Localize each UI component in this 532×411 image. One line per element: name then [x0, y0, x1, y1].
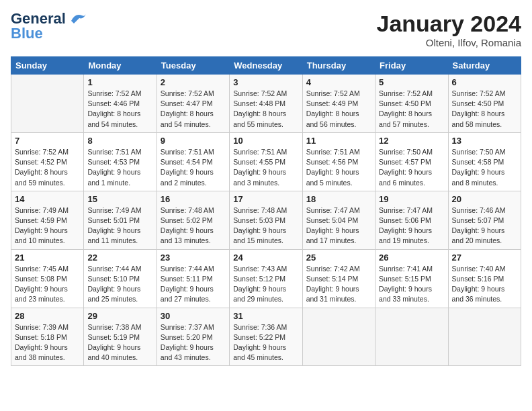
day-info: Sunrise: 7:50 AM Sunset: 4:57 PM Dayligh… [379, 147, 444, 188]
day-info: Sunrise: 7:47 AM Sunset: 5:04 PM Dayligh… [306, 205, 371, 246]
calendar-week-3: 14Sunrise: 7:49 AM Sunset: 4:59 PM Dayli… [11, 191, 521, 249]
calendar-cell: 22Sunrise: 7:44 AM Sunset: 5:10 PM Dayli… [84, 249, 157, 308]
day-info: Sunrise: 7:43 AM Sunset: 5:12 PM Dayligh… [233, 264, 298, 305]
weekday-header-wednesday: Wednesday [230, 57, 302, 75]
calendar-cell: 15Sunrise: 7:49 AM Sunset: 5:01 PM Dayli… [84, 191, 157, 249]
day-number: 7 [15, 136, 80, 146]
calendar-cell: 10Sunrise: 7:51 AM Sunset: 4:55 PM Dayli… [230, 132, 302, 191]
weekday-header-monday: Monday [84, 57, 157, 75]
calendar-cell: 7Sunrise: 7:52 AM Sunset: 4:52 PM Daylig… [11, 132, 84, 191]
calendar-cell [11, 75, 84, 133]
day-number: 4 [306, 77, 371, 87]
calendar-cell: 17Sunrise: 7:48 AM Sunset: 5:03 PM Dayli… [230, 191, 302, 249]
day-number: 9 [161, 136, 226, 146]
logo-bird-icon [69, 11, 87, 26]
day-number: 30 [161, 311, 226, 321]
weekday-header-thursday: Thursday [302, 57, 375, 75]
calendar-cell: 11Sunrise: 7:51 AM Sunset: 4:56 PM Dayli… [302, 132, 375, 191]
calendar-cell: 26Sunrise: 7:41 AM Sunset: 5:15 PM Dayli… [375, 249, 448, 308]
month-year-title: January 2024 [377, 11, 522, 37]
calendar-week-2: 7Sunrise: 7:52 AM Sunset: 4:52 PM Daylig… [11, 132, 521, 191]
calendar-cell: 24Sunrise: 7:43 AM Sunset: 5:12 PM Dayli… [230, 249, 302, 308]
day-number: 31 [233, 311, 298, 321]
calendar-week-5: 28Sunrise: 7:39 AM Sunset: 5:18 PM Dayli… [11, 308, 521, 366]
calendar-cell: 19Sunrise: 7:47 AM Sunset: 5:06 PM Dayli… [375, 191, 448, 249]
page-header: General Blue January 2024 Olteni, Ilfov,… [11, 11, 521, 48]
day-number: 1 [87, 77, 152, 87]
calendar-cell: 23Sunrise: 7:44 AM Sunset: 5:11 PM Dayli… [157, 249, 229, 308]
day-info: Sunrise: 7:48 AM Sunset: 5:02 PM Dayligh… [161, 205, 226, 246]
day-info: Sunrise: 7:36 AM Sunset: 5:22 PM Dayligh… [233, 322, 298, 363]
calendar-cell: 31Sunrise: 7:36 AM Sunset: 5:22 PM Dayli… [230, 308, 302, 366]
day-number: 17 [233, 194, 298, 204]
day-info: Sunrise: 7:47 AM Sunset: 5:06 PM Dayligh… [379, 205, 444, 246]
weekday-header-tuesday: Tuesday [157, 57, 229, 75]
calendar-cell: 27Sunrise: 7:40 AM Sunset: 5:16 PM Dayli… [448, 249, 521, 308]
day-number: 11 [306, 136, 371, 146]
day-info: Sunrise: 7:52 AM Sunset: 4:47 PM Dayligh… [161, 89, 226, 130]
calendar-cell: 2Sunrise: 7:52 AM Sunset: 4:47 PM Daylig… [157, 75, 229, 133]
weekday-header-sunday: Sunday [11, 57, 84, 75]
calendar-table: SundayMondayTuesdayWednesdayThursdayFrid… [11, 56, 521, 366]
calendar-cell: 9Sunrise: 7:51 AM Sunset: 4:54 PM Daylig… [157, 132, 229, 191]
calendar-cell: 5Sunrise: 7:52 AM Sunset: 4:50 PM Daylig… [375, 75, 448, 133]
calendar-cell: 30Sunrise: 7:37 AM Sunset: 5:20 PM Dayli… [157, 308, 229, 366]
day-number: 2 [161, 77, 226, 87]
calendar-cell: 16Sunrise: 7:48 AM Sunset: 5:02 PM Dayli… [157, 191, 229, 249]
calendar-cell [375, 308, 448, 366]
day-info: Sunrise: 7:49 AM Sunset: 4:59 PM Dayligh… [15, 205, 80, 246]
day-number: 29 [87, 311, 152, 321]
day-info: Sunrise: 7:51 AM Sunset: 4:55 PM Dayligh… [233, 147, 298, 188]
calendar-cell: 14Sunrise: 7:49 AM Sunset: 4:59 PM Dayli… [11, 191, 84, 249]
calendar-cell [448, 308, 521, 366]
day-info: Sunrise: 7:50 AM Sunset: 4:58 PM Dayligh… [452, 147, 517, 188]
weekday-header-saturday: Saturday [448, 57, 521, 75]
day-number: 25 [306, 253, 371, 263]
day-number: 15 [87, 194, 152, 204]
day-number: 22 [87, 253, 152, 263]
calendar-cell: 18Sunrise: 7:47 AM Sunset: 5:04 PM Dayli… [302, 191, 375, 249]
calendar-cell: 29Sunrise: 7:38 AM Sunset: 5:19 PM Dayli… [84, 308, 157, 366]
day-info: Sunrise: 7:51 AM Sunset: 4:54 PM Dayligh… [161, 147, 226, 188]
calendar-cell: 13Sunrise: 7:50 AM Sunset: 4:58 PM Dayli… [448, 132, 521, 191]
day-info: Sunrise: 7:51 AM Sunset: 4:56 PM Dayligh… [306, 147, 371, 188]
day-number: 8 [87, 136, 152, 146]
day-number: 27 [452, 253, 517, 263]
logo-blue-text: Blue [11, 26, 43, 42]
calendar-cell: 20Sunrise: 7:46 AM Sunset: 5:07 PM Dayli… [448, 191, 521, 249]
day-number: 24 [233, 253, 298, 263]
day-info: Sunrise: 7:39 AM Sunset: 5:18 PM Dayligh… [15, 322, 80, 363]
day-number: 19 [379, 194, 444, 204]
calendar-cell: 8Sunrise: 7:51 AM Sunset: 4:53 PM Daylig… [84, 132, 157, 191]
day-info: Sunrise: 7:49 AM Sunset: 5:01 PM Dayligh… [87, 205, 152, 246]
day-number: 21 [15, 253, 80, 263]
day-number: 23 [161, 253, 226, 263]
day-info: Sunrise: 7:37 AM Sunset: 5:20 PM Dayligh… [161, 322, 226, 363]
day-info: Sunrise: 7:51 AM Sunset: 4:53 PM Dayligh… [87, 147, 152, 188]
day-number: 3 [233, 77, 298, 87]
calendar-cell: 28Sunrise: 7:39 AM Sunset: 5:18 PM Dayli… [11, 308, 84, 366]
calendar-week-1: 1Sunrise: 7:52 AM Sunset: 4:46 PM Daylig… [11, 75, 521, 133]
weekday-header-friday: Friday [375, 57, 448, 75]
day-info: Sunrise: 7:52 AM Sunset: 4:49 PM Dayligh… [306, 89, 371, 130]
day-info: Sunrise: 7:42 AM Sunset: 5:14 PM Dayligh… [306, 264, 371, 305]
calendar-week-4: 21Sunrise: 7:45 AM Sunset: 5:08 PM Dayli… [11, 249, 521, 308]
day-info: Sunrise: 7:52 AM Sunset: 4:50 PM Dayligh… [452, 89, 517, 130]
calendar-cell: 4Sunrise: 7:52 AM Sunset: 4:49 PM Daylig… [302, 75, 375, 133]
day-number: 10 [233, 136, 298, 146]
day-number: 12 [379, 136, 444, 146]
day-info: Sunrise: 7:41 AM Sunset: 5:15 PM Dayligh… [379, 264, 444, 305]
day-number: 13 [452, 136, 517, 146]
day-info: Sunrise: 7:48 AM Sunset: 5:03 PM Dayligh… [233, 205, 298, 246]
calendar-cell [302, 308, 375, 366]
location-subtitle: Olteni, Ilfov, Romania [377, 37, 522, 48]
day-number: 5 [379, 77, 444, 87]
logo: General Blue [11, 11, 87, 42]
day-info: Sunrise: 7:52 AM Sunset: 4:50 PM Dayligh… [379, 89, 444, 130]
calendar-cell: 25Sunrise: 7:42 AM Sunset: 5:14 PM Dayli… [302, 249, 375, 308]
day-info: Sunrise: 7:52 AM Sunset: 4:52 PM Dayligh… [15, 147, 80, 188]
day-info: Sunrise: 7:45 AM Sunset: 5:08 PM Dayligh… [15, 264, 80, 305]
calendar-cell: 1Sunrise: 7:52 AM Sunset: 4:46 PM Daylig… [84, 75, 157, 133]
day-number: 26 [379, 253, 444, 263]
day-info: Sunrise: 7:38 AM Sunset: 5:19 PM Dayligh… [87, 322, 152, 363]
